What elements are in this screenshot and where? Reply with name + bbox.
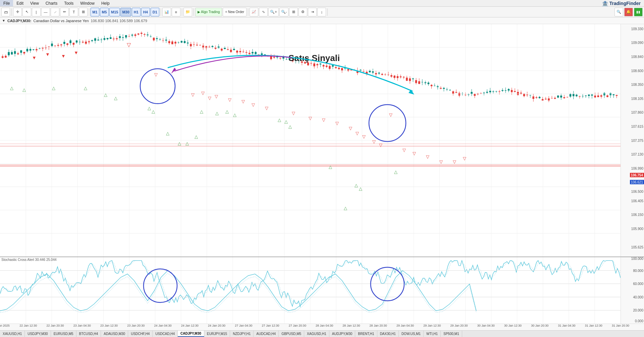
price-label-107860: 107.860: [631, 111, 643, 114]
ind-level-100: 100.000: [631, 257, 643, 260]
main-chart-canvas[interactable]: [0, 24, 621, 257]
tab-WTI_H1[interactable]: WTI,H1: [424, 331, 441, 337]
tab-AUDCAD_H4[interactable]: AUDCAD,H4: [254, 331, 279, 337]
tb-trendline-btn[interactable]: ⟋: [51, 8, 59, 16]
tf-h4[interactable]: H4: [141, 8, 150, 16]
menu-view[interactable]: View: [27, 0, 42, 6]
chart-canvas-wrapper[interactable]: Satış Sinyali ▼ ▼: [0, 24, 621, 257]
price-label-107375: 107.375: [631, 138, 643, 142]
tab-EURJPY_M15[interactable]: EURJPY,M15: [204, 331, 230, 337]
price-label-106150: 106.150: [631, 213, 643, 217]
time-label-12: 28 Jan 04:30: [316, 324, 333, 327]
tab-DOW_US_M1[interactable]: DOW.US,M1: [399, 331, 424, 337]
tab-NZDJPY_H1[interactable]: NZDJPY,H1: [230, 331, 254, 337]
tb-zoom-in-btn[interactable]: 🔍+: [268, 8, 278, 16]
price-axis: 109.330 109.090 108.840 108.600 108.350 …: [621, 24, 644, 257]
tb-grid-btn[interactable]: ⊞: [289, 8, 298, 16]
time-axis: 22 Jan 202522 Jan 12:3022 Jan 20:3023 Ja…: [0, 324, 644, 330]
price-label-108600: 108.600: [631, 69, 643, 72]
tab-USDJPY_M30[interactable]: USDJPY,M30: [25, 331, 51, 337]
tf-d1[interactable]: D1: [151, 8, 159, 16]
tb-text-btn[interactable]: T: [69, 8, 78, 16]
sep5: [194, 8, 194, 16]
price-label-108350: 108.350: [631, 83, 643, 87]
menu-bar: File Edit View Charts Tools Window Help …: [0, 0, 644, 7]
tb-template-btn[interactable]: 📁: [183, 8, 192, 16]
tb-notifications-btn[interactable]: 🔔: [624, 8, 633, 16]
top-right-area: 🔍 🔔 ▮▮: [614, 8, 643, 16]
tb-autoscroll-btn[interactable]: ↕: [317, 8, 326, 16]
tb-vertical-line-btn[interactable]: |: [32, 8, 41, 16]
indicator-label: Stochastic Cross Alert 30.446 25.044: [1, 258, 57, 262]
tab-GBPUSD_M5[interactable]: GBPUSD,M5: [279, 331, 304, 337]
logo: 🏦 TradingFinder: [602, 0, 641, 7]
menu-tools[interactable]: Tools: [61, 0, 77, 6]
price-label-108105: 108.105: [631, 97, 643, 100]
tb-account-status-btn[interactable]: ▮▮: [634, 8, 643, 16]
sep3: [161, 8, 161, 16]
menu-edit[interactable]: Edit: [13, 0, 27, 6]
tb-horizontal-line-btn[interactable]: —: [41, 8, 50, 16]
tab-XAUUSD_H1[interactable]: XAUUSD,H1: [0, 331, 25, 337]
menu-file[interactable]: File: [0, 0, 13, 6]
tb-search-btn[interactable]: 🔍: [614, 8, 623, 16]
time-label-4: 23 Jan 12:30: [100, 324, 118, 327]
tb-pen-btn[interactable]: ✏: [60, 8, 69, 16]
toolbar: 🗃 ✛ ↖ | — ⟋ ✏ T ⊞ M1 M5 M15 M30 H1 H4 D1…: [0, 7, 644, 17]
tf-m1[interactable]: M1: [91, 8, 99, 16]
tab-AUDJPY_M30[interactable]: AUDJPY,M30: [329, 331, 355, 337]
tab-BTCUSD_H4[interactable]: BTCUSD,H4: [76, 331, 101, 337]
tf-m5[interactable]: M5: [100, 8, 109, 16]
price-label-108840: 108.840: [631, 55, 643, 59]
tb-algo-trading-btn[interactable]: ▶ Algo Trading: [195, 8, 222, 16]
tb-bar-type-btn[interactable]: ≡: [172, 8, 180, 16]
symbol-description: Canadian Dollar vs Japanese Yen: [33, 19, 89, 23]
tab-ADAUSD_M30[interactable]: ADAUSD,M30: [101, 331, 128, 337]
tab-BRENT_H1[interactable]: BRENT,H1: [355, 331, 377, 337]
tab-bar: XAUUSD,H1USDJPY,M30EURUSD,M5BTCUSD,H4ADA…: [0, 330, 644, 337]
sep6: [248, 8, 248, 16]
menu-charts[interactable]: Charts: [42, 0, 61, 6]
tab-EURUSD_M5[interactable]: EURUSD,M5: [51, 331, 76, 337]
tb-chart-type-btn[interactable]: 📊: [162, 8, 171, 16]
tb-scroll-end-btn[interactable]: ⇥: [308, 8, 317, 16]
tb-fib-btn[interactable]: ⊞: [79, 8, 88, 16]
menu-window[interactable]: Window: [77, 0, 98, 6]
logo-text: TradingFinder: [609, 1, 641, 6]
price-label-109330: 109.330: [631, 27, 643, 31]
price-label-107615: 107.615: [631, 124, 643, 128]
tb-pointer-btn[interactable]: ↖: [22, 8, 31, 16]
sep7: [327, 8, 328, 16]
indicator-price-axis: 100.000 80.000 60.000 40.000 20.000 0.00…: [621, 257, 644, 324]
tb-new-chart-btn[interactable]: 🗃: [1, 8, 10, 16]
symbol-bar: ▼ CADJPY,M30: Canadian Dollar vs Japanes…: [0, 17, 644, 24]
tb-indicators-btn[interactable]: ∿: [259, 8, 268, 16]
tab-XAGUSD_H1[interactable]: XAGUSD,H1: [304, 331, 329, 337]
time-label-7: 24 Jan 12:30: [181, 324, 199, 327]
tab-DAX30_H1[interactable]: DAX30,H1: [377, 331, 399, 337]
menu-help[interactable]: Help: [98, 0, 113, 6]
tb-new-order-btn[interactable]: + New Order: [223, 8, 247, 16]
tab-SP500_M1[interactable]: SP500,M1: [441, 331, 462, 337]
tb-properties-btn[interactable]: ⚙: [299, 8, 307, 16]
tf-m30[interactable]: M30: [120, 8, 131, 16]
price-label-106990: 106.990: [631, 166, 643, 170]
tf-m15[interactable]: M15: [109, 8, 120, 16]
indicator-canvas-wrapper[interactable]: Stochastic Cross Alert 30.446 25.044: [0, 257, 621, 324]
tb-zoom-out-btn[interactable]: 🔍-: [279, 8, 289, 16]
time-label-21: 31 Jan 04:30: [558, 324, 575, 327]
price-label-highlight2: 106.621: [630, 180, 644, 184]
tab-USDCAD_H4[interactable]: USDCAD,H4: [153, 331, 178, 337]
time-label-22: 31 Jan 12:30: [585, 324, 602, 327]
time-label-20: 30 Jan 20:30: [531, 324, 548, 327]
tab-USDCHF_H4[interactable]: USDCHF,H4: [128, 331, 153, 337]
tb-chart-candlestick-btn[interactable]: 📈: [250, 8, 258, 16]
indicator-chart-canvas[interactable]: [0, 257, 621, 324]
time-label-13: 28 Jan 12:30: [342, 324, 360, 327]
time-label-19: 30 Jan 12:30: [504, 324, 522, 327]
tb-crosshair-btn[interactable]: ✛: [13, 8, 22, 16]
ind-level-60-label: 60.000: [633, 282, 643, 286]
chart-area: Satış Sinyali ▼ ▼: [0, 24, 644, 330]
tf-h1[interactable]: H1: [132, 8, 141, 16]
tab-CADJPY_M30[interactable]: CADJPY,M30: [178, 331, 204, 337]
